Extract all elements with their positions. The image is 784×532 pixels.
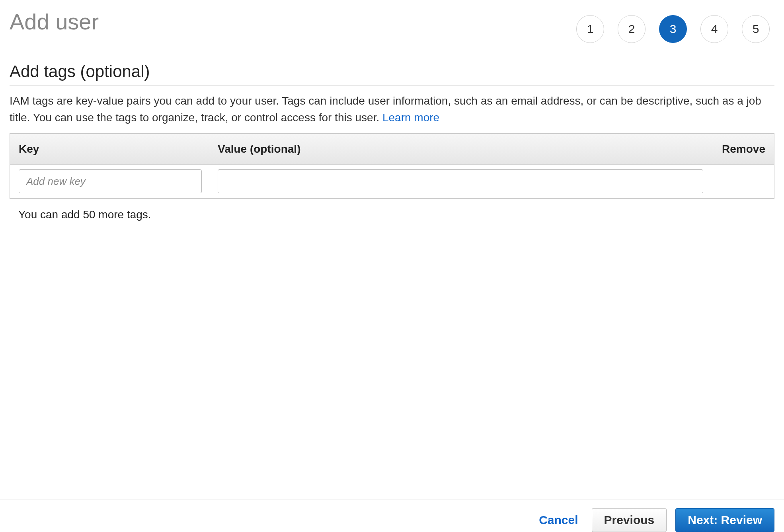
key-cell (19, 169, 218, 193)
step-4[interactable]: 4 (700, 15, 728, 43)
step-3[interactable]: 3 (659, 15, 687, 43)
col-header-value: Value (optional) (218, 143, 702, 155)
tags-remaining-note: You can add 50 more tags. (10, 199, 774, 231)
key-input[interactable] (19, 169, 202, 193)
content: Add user 1 2 3 4 5 Add tags (optional) I… (0, 0, 784, 499)
learn-more-link[interactable]: Learn more (382, 111, 439, 124)
col-header-remove: Remove (702, 143, 765, 155)
button-bar: Cancel Previous Next: Review (0, 499, 784, 532)
value-cell (218, 169, 703, 193)
step-5[interactable]: 5 (742, 15, 770, 43)
next-review-button[interactable]: Next: Review (675, 508, 774, 532)
section-title: Add tags (optional) (10, 62, 774, 85)
tag-row (10, 165, 774, 198)
step-1[interactable]: 1 (576, 15, 604, 43)
previous-button[interactable]: Previous (592, 508, 667, 532)
value-input[interactable] (218, 169, 703, 193)
step-indicator: 1 2 3 4 5 (576, 10, 774, 43)
col-header-key: Key (19, 143, 218, 155)
section-description: IAM tags are key-value pairs you can add… (10, 93, 774, 126)
page: Add user 1 2 3 4 5 Add tags (optional) I… (0, 0, 784, 532)
tags-table: Key Value (optional) Remove (10, 133, 774, 199)
cancel-button[interactable]: Cancel (534, 509, 583, 531)
step-2[interactable]: 2 (618, 15, 646, 43)
header-row: Add user 1 2 3 4 5 (10, 10, 774, 43)
tags-table-header: Key Value (optional) Remove (10, 134, 774, 165)
page-title: Add user (10, 10, 99, 34)
